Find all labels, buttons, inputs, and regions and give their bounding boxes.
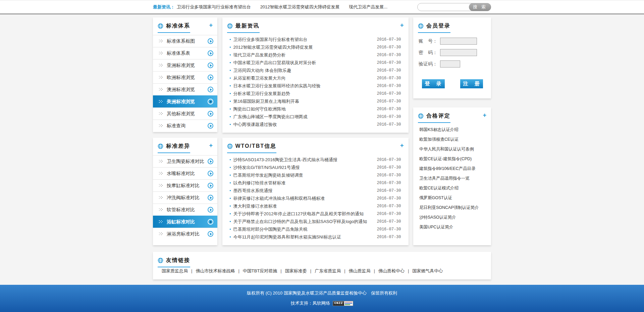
news-title-link[interactable]: 关于严格禁止在出口沙特的产品及包装上加贴SASO字样及logo的通知	[233, 219, 374, 225]
news-title-link[interactable]: 中心两项课题通过验收	[233, 122, 374, 128]
friendly-link[interactable]: 广东省质监局	[315, 268, 348, 274]
sidebar-menu-item[interactable]: 标准体系表	[153, 47, 217, 59]
news-title-link[interactable]: 现代卫浴产品发展趋势分析	[233, 52, 374, 58]
news-title-link[interactable]: 墨西哥排水系统通报	[233, 188, 374, 194]
ticker-news-link[interactable]: 卫浴行业多项国家与行业标准有望出台	[177, 4, 251, 9]
sidebar-menu-item[interactable]: 标准查询	[153, 120, 217, 132]
news-row[interactable]: 今年11月起印尼对陶瓷器具和塑料水箱实施SNI标志认证 2016-07-30	[230, 233, 401, 241]
sidebar-menu-item[interactable]: 按摩缸标准对比	[153, 179, 217, 191]
ticker-items: 卫浴行业多项国家与行业标准有望出台 2012智能水暖卫浴需突破四大障碍促发展 现…	[177, 4, 395, 10]
news-row[interactable]: 关于严格禁止在出口沙特的产品及包装上加贴SASO字样及logo的通知 2016-…	[230, 218, 401, 225]
register-button[interactable]: 注 册	[460, 79, 483, 88]
password-field[interactable]	[440, 49, 477, 56]
news-title-link[interactable]: 澳大利亚修订水效标准	[233, 203, 374, 209]
friendly-link[interactable]: 中国TBT应对措施	[243, 268, 285, 274]
news-title-link[interactable]: 今年11月起印尼对陶瓷器具和塑料水箱实施SNI标志认证	[233, 234, 374, 240]
news-row[interactable]: 卫浴间四大动向 体会别致乐趣 2016-07-30	[230, 66, 401, 74]
friendly-link[interactable]: 佛山市技术标准战略	[196, 268, 243, 274]
sidebar-menu-item[interactable]: 亚洲标准浏览	[153, 59, 217, 71]
ticker-news-link[interactable]: 2012智能水暖卫浴需突破四大障碍促发展	[260, 4, 340, 9]
news-title-link[interactable]: 分析水暖卫浴行业发展新趋势	[233, 91, 374, 97]
sidebar-menu-item[interactable]: 软管标准对比	[153, 204, 217, 216]
conformity-link[interactable]: 美国UPC认证简介	[419, 222, 486, 232]
news-row[interactable]: 中国水暖卫浴产品出口贸易现状及对策分析 2016-07-30	[230, 59, 401, 66]
captcha-field[interactable]	[440, 60, 460, 68]
ticker-news-link[interactable]: 现代卫浴产品发展...	[349, 4, 387, 9]
search-button[interactable]: 搜 索	[469, 3, 491, 11]
conformity-link[interactable]: 尼日利亚SONCAP强制认证简介	[419, 203, 486, 213]
sidebar-menu-item[interactable]: 浴缸标准对比	[153, 216, 217, 228]
sidebar-menu-item[interactable]: 标准体系框图	[153, 35, 217, 47]
sidebar-menu-item[interactable]: 卫生陶瓷标准对比	[153, 155, 217, 167]
sidebar-menu-item[interactable]: 美洲标准浏览	[153, 95, 217, 107]
news-row[interactable]: 沙特发出G/TBT/N/SAU/921号通报 2016-07-30	[230, 164, 401, 171]
news-row[interactable]: 沙特SASO1473-2016陶瓷卫生洁具-西式抽水马桶通报 2016-07-3…	[230, 156, 401, 164]
cnzz-badge[interactable]: CNZZ	[333, 301, 354, 306]
friendly-link[interactable]: 国家燃气具中心	[412, 268, 443, 274]
news-row[interactable]: 第16届国际厨卫展在上海顺利开幕 2016-07-30	[230, 97, 401, 105]
news-row[interactable]: 从浴室柜看卫浴发展大方向 2016-07-30	[230, 74, 401, 82]
news-row[interactable]: 2012智能水暖卫浴需突破四大障碍促发展 2016-07-30	[230, 43, 401, 51]
expand-plus-button[interactable]: +	[209, 22, 213, 28]
friendly-link[interactable]: 佛山质监局	[349, 268, 378, 274]
news-row[interactable]: 巴基斯坦对部分中国陶瓷产品免除关税 2016-07-30	[230, 225, 401, 233]
menu-item-label: 欧洲标准浏览	[167, 75, 208, 81]
conformity-link[interactable]: 韩国KS标志认证介绍	[419, 125, 486, 135]
sidebar-menu-item[interactable]: 水嘴标准对比	[153, 167, 217, 179]
conformity-link[interactable]: 欧盟CE认证-建筑指令(CPD)	[419, 154, 486, 164]
news-title-link[interactable]: 沙特SASO1473-2016陶瓷卫生洁具-西式抽水马桶通报	[233, 157, 374, 163]
news-title-link[interactable]: 中国水暖卫浴产品出口贸易现状及对策分析	[233, 60, 374, 66]
conformity-link[interactable]: 建筑指令89/106/EEC产品目录	[419, 164, 486, 174]
login-button[interactable]: 登 录	[422, 79, 445, 88]
news-row[interactable]: 巴基斯坦对华发起陶瓷砖反倾销调查 2016-07-30	[230, 171, 401, 179]
news-title-link[interactable]: 从浴室柜看卫浴发展大方向	[233, 75, 374, 81]
captcha-label: 验证码：	[419, 61, 440, 67]
expand-plus-button[interactable]: +	[400, 142, 404, 148]
news-title-link[interactable]: 以色列修订给排水管材标准	[233, 180, 374, 186]
conformity-link[interactable]: 中华人民共和国认证认可条例	[419, 144, 486, 154]
news-title-link[interactable]: 广东佛山禅城区一季度陶瓷出口增两成	[233, 114, 374, 120]
friendly-link[interactable]: 国家标准委	[285, 268, 315, 274]
news-row[interactable]: 墨西哥排水系统通报 2016-07-30	[230, 187, 401, 194]
news-title-link[interactable]: 卫浴行业多项国家与行业标准有望出台	[233, 37, 374, 43]
friendly-link[interactable]: 佛山质检中心	[378, 268, 412, 274]
news-title-link[interactable]: 第16届国际厨卫展在上海顺利开幕	[233, 98, 374, 104]
sidebar-menu-item[interactable]: 欧洲标准浏览	[153, 71, 217, 83]
sidebar-menu-item[interactable]: 淋浴房标准对比	[153, 228, 217, 240]
news-date: 2016-07-30	[377, 173, 401, 178]
news-row[interactable]: 关于沙特即将于2012年停止进口127伏电器产品及相关零部件的通知 2016-0…	[230, 210, 401, 218]
account-field[interactable]	[440, 38, 477, 45]
news-title-link[interactable]: 2012智能水暖卫浴需突破四大障碍促发展	[233, 44, 374, 50]
news-title-link[interactable]: 关于沙特即将于2012年停止进口127伏电器产品及相关零部件的通知	[233, 211, 374, 217]
news-title-link[interactable]: 巴基斯坦对部分中国陶瓷产品免除关税	[233, 226, 374, 232]
conformity-link[interactable]: 沙特SASO认证简介	[419, 213, 486, 222]
bullet-icon	[230, 159, 231, 160]
news-title-link[interactable]: 陶瓷出口如何守住欧洲阵地	[233, 106, 374, 112]
news-row[interactable]: 现代卫浴产品发展趋势分析 2016-07-30	[230, 51, 401, 59]
news-row[interactable]: 以色列修订给排水管材标准 2016-07-30	[230, 179, 401, 187]
conformity-link[interactable]: 欧盟加强核查CE认证	[419, 135, 486, 144]
news-row[interactable]: 澳大利亚修订水效标准 2016-07-30	[230, 202, 401, 210]
expand-plus-button[interactable]: +	[209, 142, 213, 148]
news-title-link[interactable]: 沙特发出G/TBT/N/SAU/921号通报	[233, 165, 374, 171]
news-title-link[interactable]: 菲律宾修订水箱式冲洗抽水马桶和双档马桶标准	[233, 195, 374, 202]
news-row[interactable]: 日本水暖卫浴行业发展循环经济的实践与经验 2016-07-30	[230, 82, 401, 90]
sidebar-menu-item[interactable]: 冲洗阀标准对比	[153, 191, 217, 204]
news-row[interactable]: 陶瓷出口如何守住欧洲阵地 2016-07-30	[230, 105, 401, 113]
news-row[interactable]: 卫浴行业多项国家与行业标准有望出台 2016-07-30	[230, 36, 401, 43]
sidebar-menu-item[interactable]: 其他标准浏览	[153, 107, 217, 120]
conformity-link[interactable]: 卫生洁具产品适用指令一览	[419, 174, 486, 183]
conformity-link[interactable]: 俄罗斯GOST认证	[419, 193, 486, 203]
news-row[interactable]: 广东佛山禅城区一季度陶瓷出口增两成 2016-07-30	[230, 113, 401, 121]
expand-plus-button[interactable]: +	[483, 112, 486, 118]
news-title-link[interactable]: 卫浴间四大动向 体会别致乐趣	[233, 68, 374, 74]
news-title-link[interactable]: 巴基斯坦对华发起陶瓷砖反倾销调查	[233, 172, 374, 178]
news-row[interactable]: 中心两项课题通过验收 2016-07-30	[230, 121, 401, 128]
expand-plus-button[interactable]: +	[400, 22, 404, 28]
conformity-link[interactable]: 欧盟CE认证模式介绍	[419, 183, 486, 193]
news-title-link[interactable]: 日本水暖卫浴行业发展循环经济的实践与经验	[233, 83, 374, 89]
news-row[interactable]: 菲律宾修订水箱式冲洗抽水马桶和双档马桶标准 2016-07-30	[230, 194, 401, 202]
friendly-link[interactable]: 国家质监总局	[162, 268, 196, 274]
sidebar-menu-item[interactable]: 澳洲标准浏览	[153, 83, 217, 95]
news-row[interactable]: 分析水暖卫浴行业发展新趋势 2016-07-30	[230, 90, 401, 97]
